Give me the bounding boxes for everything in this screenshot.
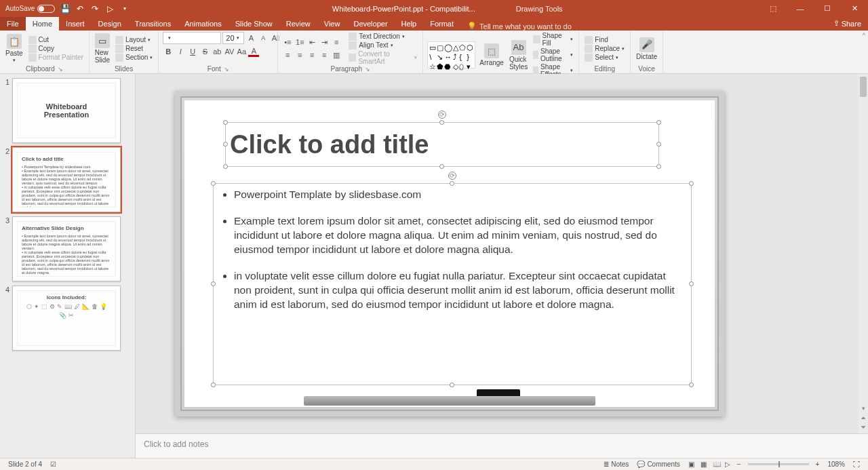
collapse-ribbon-icon[interactable]: ^: [863, 32, 865, 39]
resize-handle[interactable]: [439, 164, 444, 169]
notes-pane[interactable]: Click to add notes: [136, 433, 868, 458]
slide-counter[interactable]: Slide 2 of 4: [4, 461, 46, 468]
font-color-button[interactable]: A: [248, 46, 259, 57]
shape-outline-button[interactable]: Shape Outline▾: [532, 47, 574, 62]
shape-fill-button[interactable]: Shape Fill▾: [532, 32, 574, 47]
new-slide-button[interactable]: ▭ New Slide: [94, 33, 111, 64]
slide-thumbnail-1[interactable]: Whiteboard Presentation: [12, 78, 121, 143]
reading-view-button[interactable]: 📖: [709, 461, 721, 468]
redo-icon[interactable]: ↷: [90, 4, 100, 14]
align-left-button[interactable]: ≡: [282, 50, 293, 60]
resize-handle[interactable]: [211, 181, 216, 186]
share-button[interactable]: ⇪ Share: [827, 16, 868, 31]
arrange-button[interactable]: ⬚Arrange: [478, 43, 505, 66]
strikethrough-button[interactable]: S: [199, 46, 210, 57]
ribbon-display-options-icon[interactable]: ⬚: [760, 0, 787, 17]
resize-handle[interactable]: [223, 164, 228, 169]
tell-me-search[interactable]: 💡 Tell me what you want to do: [460, 22, 578, 31]
tab-animations[interactable]: Animations: [178, 17, 228, 31]
tab-design[interactable]: Design: [92, 17, 128, 31]
tab-view[interactable]: View: [317, 17, 347, 31]
start-from-beginning-icon[interactable]: ▷: [105, 4, 115, 14]
close-button[interactable]: ✕: [841, 0, 868, 17]
slide-thumbnail-3[interactable]: Alternative Slide Design • Example text …: [12, 216, 121, 281]
resize-handle[interactable]: [450, 181, 454, 186]
slide-thumbnail-4[interactable]: Icons Included: ⬡✦⬚⚙✎📖 🖊📐🗑💡📎✂: [12, 286, 121, 351]
tab-transitions[interactable]: Transitions: [128, 17, 178, 31]
scroll-down-icon[interactable]: ▾: [859, 405, 868, 414]
reset-button[interactable]: Reset: [114, 45, 154, 53]
replace-button[interactable]: Replace▾: [583, 45, 626, 53]
resize-handle[interactable]: [656, 142, 661, 146]
content-placeholder[interactable]: ⟳ Powerpoint Template by slidesbase.com …: [213, 183, 692, 385]
zoom-out-button[interactable]: −: [733, 461, 745, 468]
slideshow-view-button[interactable]: ▷: [721, 461, 733, 468]
resize-handle[interactable]: [211, 383, 216, 387]
comments-toggle[interactable]: 💬Comments: [633, 461, 684, 468]
minimize-button[interactable]: —: [787, 0, 814, 17]
bold-button[interactable]: B: [163, 46, 174, 57]
notes-toggle[interactable]: ≣Notes: [599, 461, 633, 468]
copy-button[interactable]: Copy: [27, 45, 85, 53]
autosave-toggle[interactable]: AutoSave: [5, 5, 55, 13]
italic-button[interactable]: I: [175, 46, 186, 57]
increase-font-icon[interactable]: A: [245, 33, 256, 43]
change-case-button[interactable]: Aa: [236, 46, 247, 57]
numbering-button[interactable]: 1≡: [294, 37, 305, 47]
tab-format[interactable]: Format: [423, 17, 460, 31]
tab-slide-show[interactable]: Slide Show: [229, 17, 279, 31]
slide-sorter-button[interactable]: ▦: [696, 461, 709, 468]
save-icon[interactable]: 💾: [60, 4, 70, 14]
tab-insert[interactable]: Insert: [59, 17, 92, 31]
cut-button[interactable]: Cut: [27, 36, 85, 44]
tab-review[interactable]: Review: [279, 17, 317, 31]
dialog-launcher-icon[interactable]: ↘: [365, 66, 370, 73]
next-slide-icon[interactable]: ⏷: [859, 424, 868, 433]
zoom-slider[interactable]: [748, 463, 809, 465]
qat-customize-icon[interactable]: ▾: [120, 4, 130, 14]
zoom-level[interactable]: 108%: [823, 461, 849, 468]
title-placeholder[interactable]: ⟳ Click to add title: [225, 122, 659, 167]
bullets-button[interactable]: •≡: [282, 37, 293, 47]
tab-developer[interactable]: Developer: [347, 17, 394, 31]
columns-button[interactable]: ▥: [331, 50, 342, 60]
align-center-button[interactable]: ≡: [294, 50, 305, 60]
layout-button[interactable]: Layout▾: [114, 36, 154, 44]
undo-icon[interactable]: ↶: [75, 4, 85, 14]
dictate-button[interactable]: 🎤Dictate: [635, 37, 658, 60]
justify-button[interactable]: ≡: [319, 50, 330, 60]
resize-handle[interactable]: [223, 120, 228, 125]
resize-handle[interactable]: [439, 120, 444, 125]
resize-handle[interactable]: [689, 181, 694, 186]
scroll-thumb[interactable]: [860, 77, 867, 97]
paste-button[interactable]: 📋 Paste ▾: [4, 34, 24, 63]
file-tab[interactable]: File: [0, 17, 26, 31]
section-button[interactable]: Section▾: [114, 54, 154, 62]
increase-indent-button[interactable]: ⇥: [319, 37, 330, 47]
decrease-font-icon[interactable]: A: [258, 33, 269, 43]
slide-surface[interactable]: ⟳ Click to add title ⟳: [184, 100, 715, 407]
accessibility-icon[interactable]: ☑: [46, 461, 60, 468]
zoom-in-button[interactable]: +: [812, 461, 824, 468]
shadow-button[interactable]: ab: [212, 46, 222, 57]
font-size-combo[interactable]: 20▾: [222, 32, 244, 44]
find-button[interactable]: Find: [583, 36, 626, 44]
line-spacing-button[interactable]: ≡: [331, 37, 342, 47]
resize-handle[interactable]: [211, 281, 216, 286]
select-button[interactable]: Select▾: [583, 54, 626, 62]
dialog-launcher-icon[interactable]: ↘: [58, 66, 63, 73]
tab-help[interactable]: Help: [395, 17, 424, 31]
fit-to-window-button[interactable]: ⛶: [849, 461, 864, 468]
dialog-launcher-icon[interactable]: ↘: [224, 66, 229, 73]
slide-thumbnail-2[interactable]: Click to add title • Powerpoint Template…: [12, 147, 121, 212]
vertical-scrollbar[interactable]: ▴ ▾ ⏶ ⏷: [859, 74, 868, 433]
normal-view-button[interactable]: ▣: [684, 461, 696, 468]
text-direction-button[interactable]: Text Direction▾: [347, 33, 418, 41]
resize-handle[interactable]: [223, 142, 228, 146]
resize-handle[interactable]: [689, 383, 694, 387]
shapes-gallery[interactable]: ▭▢◯△⬠⬡ \↘↔⤴{} ☆⬟⬣◇⬯▾: [427, 41, 475, 68]
font-family-combo[interactable]: ▾: [163, 32, 221, 44]
align-right-button[interactable]: ≡: [307, 50, 317, 60]
format-painter-button[interactable]: Format Painter: [27, 54, 85, 62]
decrease-indent-button[interactable]: ⇤: [307, 37, 317, 47]
